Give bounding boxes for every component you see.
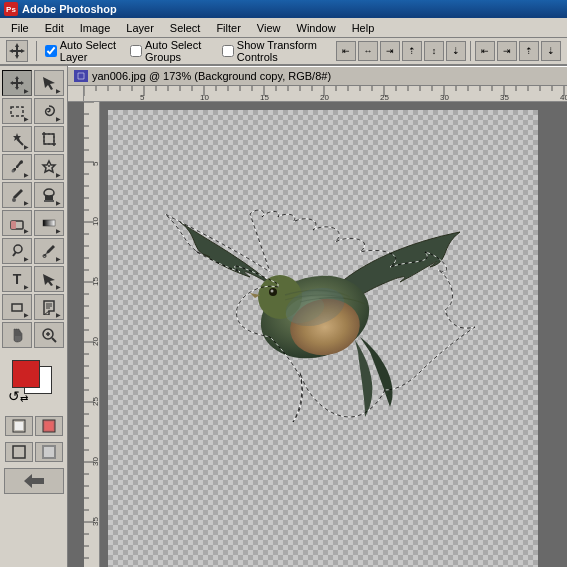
- lasso-tool[interactable]: ▶: [34, 98, 64, 124]
- svg-point-33: [271, 290, 274, 293]
- ruler-top-container: [84, 86, 567, 567]
- tool-row-10: [2, 322, 65, 348]
- dodge-tool[interactable]: ▶: [2, 238, 32, 264]
- svg-rect-23: [45, 422, 53, 430]
- canvas-content[interactable]: [100, 102, 567, 567]
- menu-help[interactable]: Help: [345, 19, 382, 37]
- menu-layer[interactable]: Layer: [119, 19, 161, 37]
- show-transform-checkbox[interactable]: [222, 45, 234, 57]
- options-right-icons: ⇤ ↔ ⇥ ⇡ ↕ ⇣ ⇤ ⇥ ⇡ ⇣: [336, 41, 561, 61]
- svg-rect-28: [76, 71, 86, 81]
- ruler-left-and-canvas: [84, 102, 567, 567]
- align-mid-btn[interactable]: ↕: [424, 41, 444, 61]
- main-area: ▶ ▶ ▶ ▶: [0, 66, 567, 567]
- stamp-tool[interactable]: ▶: [34, 182, 64, 208]
- menu-view[interactable]: View: [250, 19, 288, 37]
- rect-select-tool[interactable]: ▶: [2, 98, 32, 124]
- align-bottom-btn[interactable]: ⇣: [446, 41, 466, 61]
- gradient-tool[interactable]: ▶: [34, 210, 64, 236]
- doc-title: yan006.jpg @ 173% (Background copy, RGB/…: [92, 70, 331, 82]
- menu-edit[interactable]: Edit: [38, 19, 71, 37]
- distribute-btn-1[interactable]: ⇤: [475, 41, 495, 61]
- doc-icon: [74, 70, 88, 82]
- distribute-btn-2[interactable]: ⇥: [497, 41, 517, 61]
- auto-select-groups-label: Auto Select Groups: [145, 39, 216, 63]
- bird-image: [130, 152, 510, 472]
- menu-file[interactable]: File: [4, 19, 36, 37]
- view-mode-area: [2, 442, 65, 462]
- options-divider-2: [470, 41, 471, 61]
- prev-tool-btn[interactable]: [4, 468, 64, 494]
- hand-tool[interactable]: [2, 322, 32, 348]
- ruler-left: [84, 102, 100, 567]
- show-transform-label: Show Transform Controls: [237, 39, 330, 63]
- tool-row-3: ▶: [2, 126, 65, 152]
- quick-mask-btn[interactable]: [35, 416, 63, 436]
- svg-rect-8: [11, 221, 16, 229]
- canvas-area: yan006.jpg @ 173% (Background copy, RGB/…: [68, 66, 567, 567]
- move-tool[interactable]: ▶: [2, 70, 32, 96]
- brush-tool[interactable]: ▶: [2, 182, 32, 208]
- standard-mode-btn[interactable]: [5, 416, 33, 436]
- tool-row-2: ▶ ▶: [2, 98, 65, 124]
- tool-row-5: ▶ ▶: [2, 182, 65, 208]
- document-tab[interactable]: yan006.jpg @ 173% (Background copy, RGB/…: [68, 66, 567, 86]
- svg-line-1: [17, 139, 23, 145]
- menu-window[interactable]: Window: [290, 19, 343, 37]
- canvas-wrapper: [68, 86, 567, 567]
- tool-row-6: ▶ ▶: [2, 210, 65, 236]
- svg-rect-0: [11, 107, 23, 116]
- tool-row-1: ▶ ▶: [2, 70, 65, 96]
- reset-colors-icon[interactable]: ↺: [8, 388, 20, 404]
- align-center-btn[interactable]: ↔: [358, 41, 378, 61]
- show-transform-group: Show Transform Controls: [222, 39, 330, 63]
- app-title: Adobe Photoshop: [22, 3, 117, 15]
- distribute-btn-4[interactable]: ⇣: [541, 41, 561, 61]
- svg-rect-21: [15, 422, 23, 430]
- notes-tool[interactable]: ▶: [34, 294, 64, 320]
- screen-mode-area: [2, 416, 65, 436]
- options-bar: Auto Select Layer Auto Select Groups Sho…: [0, 38, 567, 66]
- title-bar: Ps Adobe Photoshop: [0, 0, 567, 18]
- tool-row-8: T ▶ ▶: [2, 266, 65, 292]
- distribute-btn-3[interactable]: ⇡: [519, 41, 539, 61]
- pen-tool[interactable]: ▶: [34, 238, 64, 264]
- view-standard-btn[interactable]: [5, 442, 33, 462]
- svg-rect-26: [44, 447, 54, 457]
- color-swatches-area: ↺ ⇄: [2, 356, 65, 406]
- auto-select-groups-checkbox[interactable]: [130, 45, 142, 57]
- crop-tool[interactable]: [34, 126, 64, 152]
- eyedropper-tool[interactable]: ▶: [2, 154, 32, 180]
- align-top-btn[interactable]: ⇡: [402, 41, 422, 61]
- view-fullscreen-btn[interactable]: [35, 442, 63, 462]
- move-tool-option-icon[interactable]: [6, 40, 28, 62]
- menu-select[interactable]: Select: [163, 19, 208, 37]
- auto-select-layer-group: Auto Select Layer: [45, 39, 124, 63]
- options-divider-1: [36, 41, 37, 61]
- svg-rect-24: [13, 446, 25, 458]
- eraser-tool[interactable]: ▶: [2, 210, 32, 236]
- menu-filter[interactable]: Filter: [209, 19, 247, 37]
- tool-row-4: ▶ ▶: [2, 154, 65, 180]
- auto-select-layer-checkbox[interactable]: [45, 45, 57, 57]
- align-right-btn[interactable]: ⇥: [380, 41, 400, 61]
- align-left-btn[interactable]: ⇤: [336, 41, 356, 61]
- svg-rect-2: [44, 134, 54, 144]
- foreground-color-swatch[interactable]: [12, 360, 40, 388]
- heal-tool[interactable]: ▶: [34, 154, 64, 180]
- selection-tool[interactable]: ▶: [34, 70, 64, 96]
- ruler-top: [84, 86, 567, 102]
- tool-row-7: ▶ ▶: [2, 238, 65, 264]
- auto-select-layer-label: Auto Select Layer: [60, 39, 124, 63]
- auto-select-groups-group: Auto Select Groups: [130, 39, 216, 63]
- shape-tool[interactable]: ▶: [2, 294, 32, 320]
- svg-marker-27: [24, 474, 44, 488]
- swap-colors-icon[interactable]: ⇄: [20, 393, 28, 404]
- svg-rect-6: [44, 200, 54, 202]
- type-tool[interactable]: T ▶: [2, 266, 32, 292]
- zoom-tool[interactable]: [34, 322, 64, 348]
- magic-wand-tool[interactable]: ▶: [2, 126, 32, 152]
- menu-image[interactable]: Image: [73, 19, 118, 37]
- path-select-tool[interactable]: ▶: [34, 266, 64, 292]
- menu-bar: File Edit Image Layer Select Filter View…: [0, 18, 567, 38]
